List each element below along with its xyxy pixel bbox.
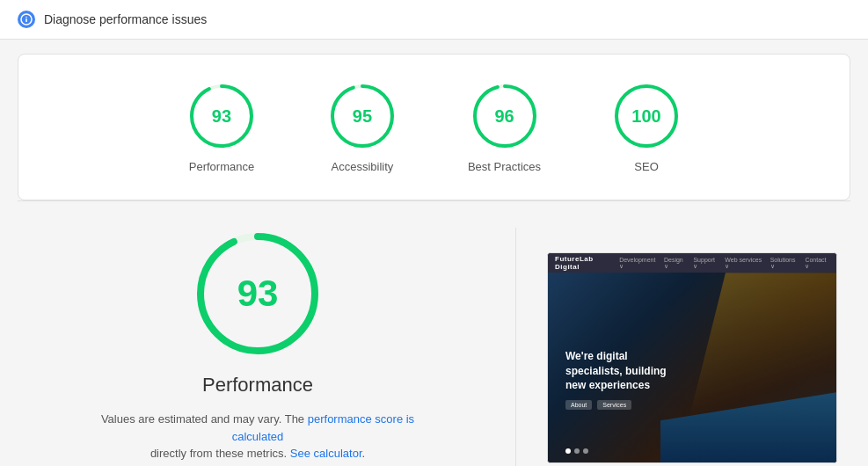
scores-card: 93 Performance 95 Accessibility 96 Best … (18, 54, 850, 200)
score-label-performance: Performance (189, 160, 254, 173)
score-best-practices: 96 Best Practices (468, 81, 541, 173)
performance-title: Performance (202, 374, 313, 397)
preview-dot-1 (565, 448, 571, 454)
score-number-performance: 93 (212, 106, 231, 127)
preview-nav-solutions: Solutions ∨ (770, 257, 799, 270)
diagnose-icon (18, 11, 35, 28)
preview-dot-2 (574, 448, 580, 454)
calculator-link[interactable]: See calculator (290, 447, 362, 460)
preview-nav-contact: Contact ∨ (805, 257, 829, 270)
score-number-best-practices: 96 (494, 106, 514, 127)
preview-nav-support: Support ∨ (693, 257, 718, 270)
preview-overlay: We're digital specialists, building new … (565, 349, 671, 410)
score-label-seo: SEO (634, 160, 658, 173)
preview-buttons: About Services (565, 400, 671, 410)
preview-btn-about: About (565, 400, 592, 410)
preview-nav-development: Development ∨ (619, 257, 657, 270)
right-panel: FutureLab Digital Development ∨ Design ∨… (534, 228, 850, 466)
score-performance: 93 Performance (186, 81, 257, 173)
preview-nav-design: Design ∨ (664, 257, 687, 270)
top-bar-title: Diagnose performance issues (44, 12, 207, 26)
score-accessibility: 95 Accessibility (327, 81, 398, 173)
vertical-separator (515, 228, 516, 466)
main-content: 93 Performance Values are estimated and … (18, 201, 850, 466)
score-seo: 100 SEO (611, 81, 682, 173)
preview-header: FutureLab Digital Development ∨ Design ∨… (548, 253, 836, 273)
score-circle-accessibility: 95 (327, 81, 398, 151)
big-score-circle: 93 (192, 228, 324, 360)
left-panel: 93 Performance Values are estimated and … (18, 228, 498, 466)
preview-body: We're digital specialists, building new … (548, 273, 836, 462)
svg-point-1 (26, 17, 27, 18)
preview-dots (565, 448, 588, 454)
preview-headline: We're digital specialists, building new … (565, 349, 671, 393)
score-number-accessibility: 95 (353, 106, 372, 127)
score-label-accessibility: Accessibility (332, 160, 394, 173)
score-circle-performance: 93 (186, 81, 257, 151)
score-number-seo: 100 (631, 106, 660, 127)
preview-dot-3 (583, 448, 588, 454)
svg-rect-2 (26, 18, 27, 22)
info-text: Values are estimated and may vary. The p… (91, 411, 425, 462)
score-circle-seo: 100 (611, 81, 682, 151)
preview-nav: Development ∨ Design ∨ Support ∨ Web ser… (619, 257, 829, 270)
score-label-best-practices: Best Practices (468, 160, 541, 173)
score-circle-best-practices: 96 (470, 81, 540, 151)
preview-nav-webservices: Web services ∨ (725, 257, 762, 270)
website-preview: FutureLab Digital Development ∨ Design ∨… (547, 252, 837, 463)
top-bar: Diagnose performance issues (0, 0, 868, 40)
big-score-number: 93 (237, 273, 279, 315)
preview-logo: FutureLab Digital (555, 255, 614, 271)
preview-btn-services: Services (597, 400, 631, 410)
